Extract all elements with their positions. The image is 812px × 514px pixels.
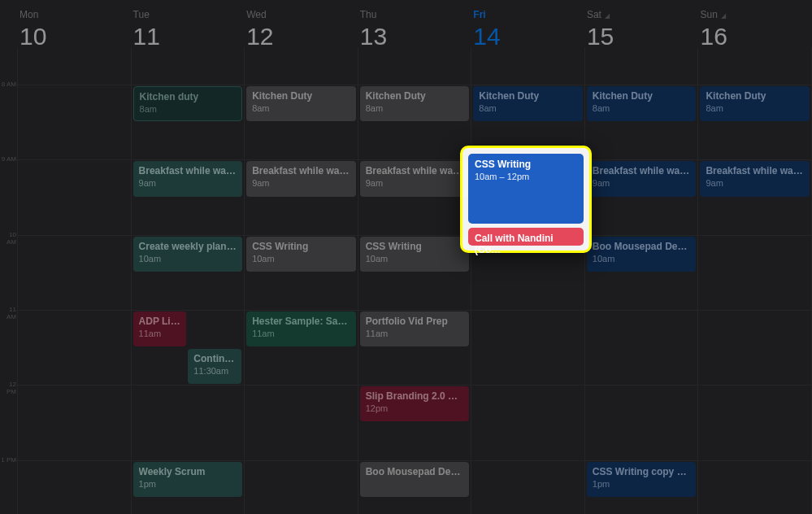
- hour-label: 12 PM: [0, 381, 16, 395]
- day-header[interactable]: Sat◢15: [585, 0, 699, 49]
- event-title: Kitchen Duty: [252, 90, 350, 102]
- calendar-event[interactable]: Kitchen Duty8am: [587, 86, 697, 121]
- hour-line: [16, 85, 812, 85]
- event-title: Kitchen duty: [140, 91, 237, 103]
- calendar-event[interactable]: Breakfast while watc…9am: [360, 161, 470, 196]
- hour-label: 10 AM: [0, 231, 16, 246]
- calendar-event[interactable]: Breakfast while watc…9am: [133, 161, 243, 196]
- event-time: 11am: [252, 329, 350, 340]
- calendar-event[interactable]: ADP List…11am: [133, 311, 187, 346]
- day-separator: [358, 47, 358, 514]
- hour-label: 9 AM: [0, 155, 16, 163]
- event-time: 1pm: [139, 479, 237, 490]
- day-marker-icon: ◢: [721, 12, 726, 20]
- event-title: Kitchen Duty: [706, 90, 804, 102]
- event-title: CSS Writing: [366, 241, 464, 253]
- day-name: Mon: [20, 9, 38, 20]
- event-highlight-popover[interactable]: CSS Writing10am – 12pmCall with Nandini …: [460, 146, 592, 253]
- highlighted-event[interactable]: CSS Writing10am – 12pm: [468, 154, 584, 224]
- event-title: Breakfast while watc…: [252, 165, 350, 177]
- event-time: 11:30am: [193, 366, 236, 377]
- event-time: 9am: [366, 178, 464, 189]
- day-separator: [244, 47, 245, 514]
- event-title: Breakfast while watc…: [366, 165, 464, 177]
- hour-line: [16, 159, 812, 160]
- calendar-event[interactable]: Kitchen Duty8am: [360, 86, 470, 121]
- event-time: 8am: [479, 103, 577, 115]
- event-title: CSS Writing: [252, 241, 350, 253]
- event-time: 1pm: [593, 479, 691, 490]
- hour-line: [16, 310, 812, 311]
- day-separator: [697, 47, 698, 514]
- event-time: 8am: [140, 104, 237, 115]
- event-time: 12pm: [366, 403, 464, 415]
- day-number: 15: [587, 23, 699, 50]
- highlighted-event[interactable]: Call with Nandini (Co…: [468, 228, 584, 246]
- calendar-event[interactable]: Continu…11:30am: [188, 349, 241, 384]
- calendar-event[interactable]: CSS Writing copy co…1pm: [587, 462, 697, 497]
- calendar-event[interactable]: Boo Mousepad Desig…10am: [587, 237, 697, 272]
- calendar-event[interactable]: Portfolio Vid Prep11am: [360, 311, 470, 346]
- day-headers-row: Mon10Tue11Wed12Thu13Fri14Sat◢15Sun◢16: [0, 0, 812, 49]
- event-title: Weekly Scrum: [139, 466, 237, 478]
- event-title: Boo Mousepad Desig…: [593, 241, 691, 253]
- day-number: 16: [700, 23, 812, 50]
- calendar-event[interactable]: Kitchen duty8am: [133, 86, 243, 121]
- day-separator: [131, 47, 132, 514]
- hour-label: 11 AM: [0, 306, 16, 320]
- event-time: 10am – 12pm: [475, 172, 577, 181]
- event-title: Create weekly plan b…: [139, 241, 237, 253]
- day-number: 13: [360, 23, 472, 50]
- day-number: 12: [246, 23, 358, 50]
- event-time: 9am: [706, 178, 804, 189]
- event-time: 8am: [252, 103, 350, 115]
- day-header[interactable]: Sun◢16: [698, 0, 812, 49]
- day-header[interactable]: Thu13: [358, 0, 472, 49]
- calendar-event[interactable]: Weekly Scrum1pm: [133, 462, 243, 497]
- calendar-event[interactable]: Hester Sample: Sam…11am: [246, 311, 356, 346]
- calendar-event[interactable]: Breakfast while watc…9am: [587, 161, 697, 196]
- event-title: Continu…: [193, 353, 236, 365]
- event-time: 8am: [366, 103, 464, 115]
- event-time: 11am: [366, 329, 464, 340]
- calendar-event[interactable]: CSS Writing10am: [246, 237, 356, 272]
- event-title: Kitchen Duty: [366, 90, 464, 102]
- calendar-event[interactable]: Slip Branding 2.0 Call12pm: [360, 386, 470, 421]
- event-title: Call with Nandini (Co…: [475, 233, 577, 255]
- hour-label: 8 AM: [0, 81, 16, 88]
- event-title: CSS Writing: [475, 159, 577, 170]
- event-time: 8am: [593, 103, 691, 115]
- calendar-event[interactable]: Kitchen Duty8am: [473, 86, 583, 121]
- day-separator: [584, 47, 585, 514]
- day-name: Sun: [700, 9, 717, 20]
- event-title: Boo Mousepad Design: [366, 466, 464, 478]
- day-name: Fri: [473, 9, 485, 20]
- day-header[interactable]: Fri14: [471, 0, 585, 49]
- calendar-event[interactable]: Boo Mousepad Design: [360, 462, 470, 497]
- calendar-event[interactable]: Create weekly plan b…10am: [133, 237, 243, 272]
- day-name: Wed: [246, 9, 266, 20]
- day-header[interactable]: Mon10: [18, 0, 132, 49]
- calendar-event[interactable]: Breakfast while watc…9am: [700, 161, 810, 196]
- calendar-event[interactable]: CSS Writing10am: [360, 237, 470, 272]
- day-name: Tue: [133, 9, 150, 20]
- calendar-event[interactable]: Breakfast while watc…9am: [246, 161, 356, 196]
- hour-line: [16, 460, 812, 461]
- event-title: Kitchen Duty: [593, 90, 691, 102]
- day-header[interactable]: Wed12: [245, 0, 358, 49]
- day-separator: [471, 47, 471, 514]
- hour-gutter: [0, 0, 18, 49]
- event-title: Slip Branding 2.0 Call: [366, 390, 464, 403]
- event-title: Breakfast while watc…: [593, 165, 691, 177]
- event-title: Hester Sample: Sam…: [252, 316, 350, 328]
- day-name: Sat: [587, 9, 601, 20]
- event-title: Portfolio Vid Prep: [366, 316, 464, 328]
- day-header[interactable]: Tue11: [132, 0, 245, 49]
- event-time: 9am: [139, 178, 237, 189]
- day-separator: [17, 47, 18, 514]
- event-title: Breakfast while watc…: [139, 165, 237, 177]
- event-title: ADP List…: [139, 316, 181, 328]
- calendar-event[interactable]: Kitchen Duty8am: [246, 86, 356, 121]
- calendar-event[interactable]: Kitchen Duty8am: [700, 86, 810, 121]
- event-title: Breakfast while watc…: [706, 165, 804, 177]
